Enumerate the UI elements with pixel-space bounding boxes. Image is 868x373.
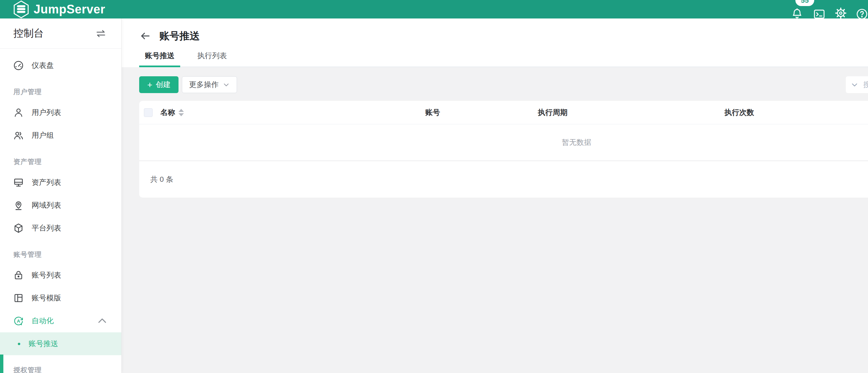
terminal-icon[interactable] [813,8,826,21]
sidebar-subitem-account-push[interactable]: • 账号推送 [0,332,121,355]
sidebar-header: 控制台 [0,19,121,49]
page-header: 账号推送 账号推送 执行列表 [122,19,868,67]
total-count-text: 共 0 条 [150,175,173,185]
column-header-name: 名称 [160,107,184,118]
topbar: JumpServer 55 [0,0,868,19]
sidebar-item-label: 账号模版 [32,293,61,303]
help-icon[interactable] [856,8,868,21]
user-icon [13,107,24,118]
table-header-row: 名称 账号 执行周期 执行次数 [139,101,868,124]
sidebar-item-label: 用户列表 [32,107,61,118]
tab-account-push[interactable]: 账号推送 [139,45,180,66]
sidebar-item-label: 仪表盘 [32,61,54,70]
bullet-icon: • [18,339,21,348]
sidebar-item-label: 平台列表 [32,223,61,233]
tab-execution-list[interactable]: 执行列表 [192,45,232,66]
bell-icon[interactable] [791,7,803,20]
empty-state-row: 暂无数据 [139,124,868,160]
page-title: 账号推送 [159,29,200,43]
sidebar-item-account-template[interactable]: 账号模版 [0,287,121,310]
chevron-down-icon [222,81,230,88]
platform-cube-icon [13,222,24,234]
sidebar-section-accounts: 账号管理 [0,240,121,264]
jumpserver-logo-icon [13,0,30,19]
plus-icon: + [147,80,152,89]
settings-gear-icon[interactable] [834,7,847,20]
sidebar-section-assets: 资产管理 [0,147,121,171]
dashboard-icon [13,60,24,71]
column-header-period: 执行周期 [538,107,567,118]
template-layout-icon [13,292,24,304]
chevron-down-icon [850,81,859,89]
domain-pin-icon [13,199,24,211]
sidebar-item-label: 账号推送 [29,339,58,349]
main-area: 账号推送 账号推送 执行列表 + 创建 更多操作 搜 [122,19,868,373]
sidebar-item-label: 资产列表 [32,178,61,187]
column-header-count: 执行次数 [724,107,754,118]
empty-state-text: 暂无数据 [562,137,591,148]
select-all-checkbox[interactable] [144,108,153,117]
search-collapse-control[interactable]: 搜 [846,76,868,93]
account-lock-icon [13,270,24,281]
sidebar-item-label: 账号列表 [32,270,61,280]
notification-count-badge[interactable]: 55 [796,0,814,6]
brand[interactable]: JumpServer [13,0,105,19]
sidebar-item-dashboard[interactable]: 仪表盘 [0,54,121,77]
view-switch-icon[interactable] [95,28,106,39]
active-indicator-bar [0,354,3,373]
sidebar-item-user-group[interactable]: 用户组 [0,124,121,147]
pagination-bar: 共 0 条 [139,161,868,197]
sidebar-section-users: 用户管理 [0,77,121,101]
toolbar: + 创建 更多操作 [139,76,868,93]
sidebar-item-platform-list[interactable]: 平台列表 [0,217,121,240]
tab-bar: 账号推送 执行列表 [139,45,868,67]
more-actions-label: 更多操作 [189,80,218,90]
chevron-up-icon[interactable] [96,315,108,327]
sidebar-item-label: 网域列表 [32,200,61,210]
column-header-account: 账号 [425,107,440,118]
user-group-icon [13,130,24,141]
console-title: 控制台 [13,27,44,40]
sidebar-menu: 仪表盘 用户管理 用户列表 用户组 资产管理 [0,49,121,373]
content-area: + 创建 更多操作 搜 名称 账号 [122,67,868,373]
sidebar-item-user-list[interactable]: 用户列表 [0,101,121,124]
search-label-partial: 搜 [863,80,868,90]
sidebar: 控制台 仪表盘 用户管理 用户列表 [0,19,122,373]
sidebar-item-automation[interactable]: A 自动化 [0,310,121,332]
sidebar-section-permissions: 授权管理 [0,355,121,373]
sidebar-item-asset-list[interactable]: 资产列表 [0,171,121,194]
more-actions-button[interactable]: 更多操作 [182,76,237,93]
brand-title: JumpServer [34,2,105,17]
automation-refresh-a-icon: A [13,315,24,327]
create-button[interactable]: + 创建 [139,76,179,93]
sidebar-item-label: 用户组 [32,130,54,141]
asset-monitor-icon [13,177,24,188]
sidebar-item-label: 自动化 [32,316,54,326]
back-arrow-icon[interactable] [139,30,151,42]
sidebar-item-domain-list[interactable]: 网域列表 [0,194,121,217]
create-button-label: 创建 [156,80,170,90]
svg-text:A: A [17,318,20,323]
sidebar-item-account-list[interactable]: 账号列表 [0,264,121,287]
sort-caret-icon[interactable] [179,109,184,116]
data-table: 名称 账号 执行周期 执行次数 暂无数据 [139,101,868,160]
